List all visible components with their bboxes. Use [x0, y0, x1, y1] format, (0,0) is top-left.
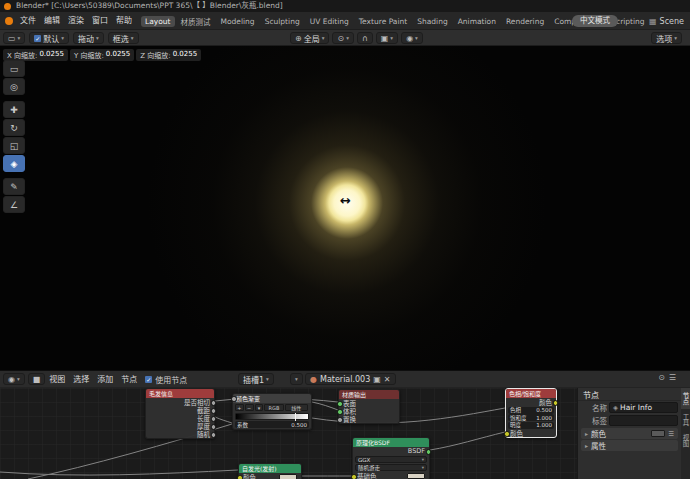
- node-color-ramp-header[interactable]: 颜色渐变: [233, 394, 311, 403]
- node-color-swatch[interactable]: [651, 430, 665, 437]
- node-label-field[interactable]: [609, 415, 678, 426]
- socket-displacement[interactable]: 置换: [339, 415, 399, 423]
- base-color-label: 基础色: [357, 471, 377, 479]
- drag-dropdown[interactable]: 拖动 ▾: [73, 32, 104, 44]
- list-icon[interactable]: ☰: [668, 430, 674, 438]
- node-principled-header[interactable]: 原理化BSDF: [353, 438, 429, 447]
- scale-cursor-icon: ↔: [340, 193, 351, 208]
- vtab-view[interactable]: 视图: [681, 430, 690, 451]
- workspace-tab-shading[interactable]: Shading: [413, 16, 451, 27]
- workspace-tab-texture-paint[interactable]: Texture Paint: [355, 16, 411, 27]
- preset-dropdown[interactable]: ✓ 默认 ▾: [29, 32, 69, 44]
- hue-input[interactable]: 色相 0.500: [508, 407, 554, 414]
- menu-icon[interactable]: ☰: [669, 373, 676, 382]
- ne-header-right-icons: ⊙ ☰: [658, 373, 676, 382]
- orientation-dropdown[interactable]: ⊕ 全局 ▾: [290, 32, 329, 44]
- ramp-stop-marker[interactable]: [295, 413, 296, 421]
- rotate-tool-button[interactable]: ↻: [3, 119, 25, 136]
- workspace-tab-layout[interactable]: Layout: [141, 16, 175, 27]
- snap-toggle[interactable]: ∩: [357, 32, 373, 44]
- add-stop-button[interactable]: +: [235, 404, 244, 411]
- proportional-edit-dropdown[interactable]: ◉▾: [401, 32, 423, 44]
- node-color-ramp[interactable]: 颜色渐变 + − ▾ RGB 线性 系数 0.500: [232, 393, 312, 430]
- node-material-output[interactable]: 材质输出 表面 体积 置换: [338, 389, 400, 424]
- workspace-tab-rendering[interactable]: Rendering: [502, 16, 548, 27]
- material-slot-dropdown[interactable]: 插槽1 ▾: [238, 373, 274, 385]
- remove-stop-button[interactable]: −: [245, 404, 254, 411]
- scale-tool-button[interactable]: ◱: [3, 137, 25, 154]
- ne-menu-node[interactable]: 节点: [117, 371, 141, 388]
- chevron-down-icon: ▾: [17, 376, 20, 382]
- node-emission[interactable]: 自发光(发射) 颜色: [238, 463, 302, 479]
- transform-icon: ◈: [11, 159, 18, 169]
- chevron-down-icon: ▾: [96, 35, 99, 41]
- emission-color-swatch[interactable]: [279, 474, 297, 479]
- active-tool-dropdown[interactable]: ▭▾: [3, 32, 25, 44]
- socket-bsdf-output[interactable]: BSDF: [353, 447, 429, 455]
- socket-random[interactable]: 随机: [146, 430, 214, 438]
- ne-menu-select[interactable]: 选择: [69, 371, 93, 388]
- chevron-down-icon: ▾: [61, 35, 64, 41]
- measure-tool-button[interactable]: ∠: [3, 196, 25, 213]
- select-box-tool-button[interactable]: ▭: [3, 60, 25, 77]
- ne-menu-view[interactable]: 视图: [45, 371, 69, 388]
- blender-menu-icon[interactable]: [5, 17, 13, 25]
- saturation-input[interactable]: 饱和度 1.000: [508, 414, 554, 421]
- workspace-tab-custom[interactable]: 材质测试: [177, 15, 215, 28]
- hsv-color-output[interactable]: 颜色: [506, 398, 556, 406]
- viewport-3d[interactable]: X 向缩放: 0.0255 Y 向缩放: 0.0255 Z 向缩放: 0.025…: [0, 46, 690, 371]
- hsv-color-input[interactable]: 颜色: [506, 429, 556, 437]
- move-tool-button[interactable]: ✚: [3, 101, 25, 118]
- color-section-header[interactable]: ▸ 颜色 ☰: [581, 428, 678, 439]
- node-hue-saturation[interactable]: 色相/饱和度 颜色 色相 0.500 饱和度 1.000 明度 1.000 颜色: [505, 388, 557, 438]
- cursor-tool-button[interactable]: ◎: [3, 78, 25, 95]
- options-dropdown[interactable]: 选项 ▾: [651, 32, 682, 44]
- workspace-tab-modeling[interactable]: Modeling: [217, 16, 259, 27]
- chinese-mode-button[interactable]: 中文模式: [572, 15, 618, 27]
- pivot-dropdown[interactable]: ⊙▾: [332, 32, 353, 44]
- workspace-tab-animation[interactable]: Animation: [454, 16, 500, 27]
- workspace-tab-sculpting[interactable]: Sculpting: [261, 16, 304, 27]
- annotate-tool-button[interactable]: ✎: [3, 178, 25, 195]
- transform-tool-button[interactable]: ◈: [3, 155, 25, 172]
- vtab-node[interactable]: 节点: [681, 388, 690, 409]
- subsurface-method-dropdown[interactable]: 随机游走 ▾: [355, 464, 427, 471]
- node-name-field[interactable]: ◈ Hair Info: [609, 402, 678, 413]
- node-canvas[interactable]: 毛发信息 是否相切 截距 长度 厚度 随机 颜色渐变 + − ▾ RGB 线性: [0, 388, 577, 479]
- vtab-tool[interactable]: 工具: [681, 409, 690, 430]
- scale-y-slider[interactable]: Y 向缩放: 0.0255: [70, 49, 134, 61]
- menu-window[interactable]: 窗口: [88, 12, 112, 30]
- menu-edit[interactable]: 编辑: [40, 12, 64, 30]
- editor-type-dropdown[interactable]: ◉▾: [3, 373, 25, 385]
- material-browse-dropdown[interactable]: ▾: [290, 373, 303, 385]
- scene-selector[interactable]: ▦ Scene: [649, 12, 684, 30]
- menu-file[interactable]: 文件: [16, 12, 40, 30]
- material-datablock[interactable]: ● Material.003 ▣ ✕: [305, 373, 396, 385]
- ramp-interpolation-dropdown[interactable]: 线性: [285, 404, 308, 411]
- base-color-input[interactable]: 基础色: [353, 472, 429, 479]
- node-sidebar: 节点 名称 ◈ Hair Info 标签 ▸ 颜色 ☰: [577, 388, 681, 479]
- shader-type-dropdown[interactable]: ■: [28, 373, 46, 385]
- use-nodes-toggle[interactable]: ✓ 使用节点: [145, 374, 187, 385]
- ramp-options-button[interactable]: ▾: [255, 404, 264, 411]
- color-ramp-gradient[interactable]: [235, 413, 309, 420]
- box-select-dropdown[interactable]: 框选 ▾: [108, 32, 139, 44]
- tool-settings-left: ▭▾ ✓ 默认 ▾ 拖动 ▾ 框选 ▾: [3, 32, 139, 44]
- workspace-tab-uv-editing[interactable]: UV Editing: [306, 16, 353, 27]
- scale-x-label: X 向缩放:: [7, 50, 37, 60]
- ne-menu-add[interactable]: 添加: [93, 371, 117, 388]
- fac-input[interactable]: 系数 0.500: [235, 421, 309, 428]
- scale-z-slider[interactable]: Z 向缩放: 0.0255: [136, 49, 201, 61]
- node-principled-bsdf[interactable]: 原理化BSDF BSDF GGX ▾ 随机游走 ▾ 基础色: [352, 437, 430, 479]
- node-hair-info[interactable]: 毛发信息 是否相切 截距 长度 厚度 随机: [145, 388, 215, 439]
- attributes-section-header[interactable]: ▸ 属性: [581, 440, 678, 451]
- menu-help[interactable]: 帮助: [112, 12, 136, 30]
- object-icon: ■: [33, 375, 41, 384]
- emission-color-input[interactable]: 颜色: [239, 473, 301, 479]
- pin-icon[interactable]: ⊙: [658, 373, 665, 382]
- distribution-dropdown[interactable]: GGX ▾: [355, 456, 427, 463]
- base-color-swatch[interactable]: [407, 473, 425, 479]
- snap-dropdown[interactable]: ▣▾: [376, 32, 398, 44]
- ramp-color-mode-dropdown[interactable]: RGB: [264, 404, 283, 411]
- menu-render[interactable]: 渲染: [64, 12, 88, 30]
